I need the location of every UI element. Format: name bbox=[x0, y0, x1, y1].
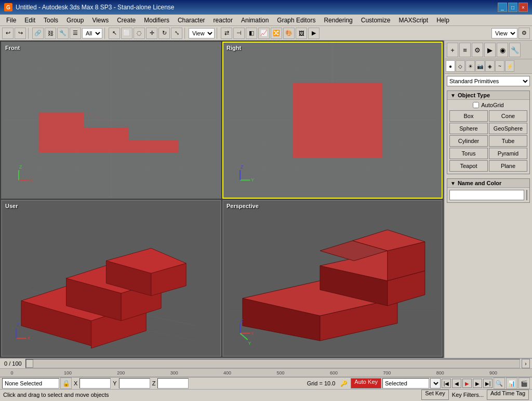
quick-render-button[interactable]: ▶ bbox=[308, 28, 320, 39]
view-dropdown2[interactable]: View bbox=[491, 28, 517, 38]
subtab-lights[interactable]: ☀ bbox=[466, 60, 475, 72]
mat-editor-button[interactable]: 🎨 bbox=[283, 28, 295, 39]
layer-button[interactable]: ◧ bbox=[246, 28, 257, 39]
view-extra-button[interactable]: ⚙ bbox=[518, 28, 530, 39]
subtab-systems[interactable]: ⚡ bbox=[505, 60, 514, 72]
x-field[interactable] bbox=[79, 378, 111, 389]
tab-display[interactable]: ◉ bbox=[497, 43, 508, 57]
bind-space-button[interactable]: 🔧 bbox=[57, 28, 69, 39]
timeline-track[interactable] bbox=[25, 359, 520, 368]
viewport-front[interactable]: Front bbox=[1, 42, 221, 199]
set-key-btn[interactable]: Set Key bbox=[421, 390, 449, 400]
z-field[interactable] bbox=[157, 378, 189, 389]
menu-graph-editors[interactable]: Graph Editors bbox=[273, 16, 320, 25]
menu-file[interactable]: File bbox=[2, 16, 20, 25]
menu-edit[interactable]: Edit bbox=[20, 16, 39, 25]
primitives-dropdown[interactable]: Standard Primitives bbox=[447, 76, 530, 86]
unlink-button[interactable]: ⛓ bbox=[45, 28, 56, 39]
auto-key-btn[interactable]: Auto Key bbox=[351, 378, 381, 389]
render-ctrl-2[interactable]: 📊 bbox=[506, 378, 517, 389]
object-name-input[interactable] bbox=[449, 190, 524, 200]
selected-dropdown[interactable] bbox=[430, 378, 441, 389]
curve-editor-button[interactable]: 📈 bbox=[258, 28, 270, 39]
menu-customize[interactable]: Customize bbox=[357, 16, 395, 25]
menu-maxscript[interactable]: MAXScript bbox=[394, 16, 432, 25]
schematic-button[interactable]: 🔀 bbox=[271, 28, 282, 39]
tab-utilities[interactable]: 🔧 bbox=[509, 43, 521, 57]
tab-create[interactable]: + bbox=[447, 43, 458, 57]
btn-box[interactable]: Box bbox=[449, 110, 488, 122]
subtab-helpers[interactable]: ◈ bbox=[485, 60, 495, 72]
viewport-perspective[interactable]: Perspective bbox=[222, 200, 443, 357]
btn-cone[interactable]: Cone bbox=[489, 110, 527, 122]
tab-hierarchy[interactable]: ⚙ bbox=[472, 43, 483, 57]
statusbar-row2: Click and drag to select and move object… bbox=[0, 389, 532, 399]
object-type-collapse[interactable]: ▼ bbox=[450, 93, 456, 98]
next-frame-btn[interactable]: ▶ bbox=[473, 379, 482, 388]
btn-teapot[interactable]: Teapot bbox=[449, 160, 488, 172]
color-swatch[interactable] bbox=[526, 190, 527, 200]
lock-btn[interactable]: 🔒 bbox=[60, 378, 72, 389]
titlebar-buttons[interactable]: _ □ × bbox=[498, 3, 528, 12]
subtab-shapes[interactable]: ◇ bbox=[456, 60, 465, 72]
render-ctrl-3[interactable]: 🎬 bbox=[518, 378, 530, 389]
key-filters-btn[interactable]: Key Filters... bbox=[452, 392, 484, 398]
select-link-button[interactable]: 🔗 bbox=[32, 28, 44, 39]
add-time-tag-btn[interactable]: Add Time Tag bbox=[487, 390, 529, 400]
tab-motion[interactable]: ▶ bbox=[484, 43, 496, 57]
filter-dropdown[interactable]: All bbox=[82, 28, 102, 38]
subtab-cameras[interactable]: 📷 bbox=[475, 60, 485, 72]
subtab-geometry[interactable]: ● bbox=[446, 60, 455, 72]
maximize-button[interactable]: □ bbox=[508, 3, 517, 12]
menu-tools[interactable]: Tools bbox=[39, 16, 62, 25]
timeline-thumb[interactable] bbox=[26, 359, 33, 368]
prev-frame-btn[interactable]: ◀ bbox=[452, 379, 461, 388]
btn-plane[interactable]: Plane bbox=[489, 160, 527, 172]
menu-animation[interactable]: Animation bbox=[237, 16, 273, 25]
menu-modifiers[interactable]: Modifiers bbox=[140, 16, 174, 25]
move-button[interactable]: ✛ bbox=[146, 28, 157, 39]
btn-torus[interactable]: Torus bbox=[449, 148, 488, 159]
coord-dropdown[interactable]: View bbox=[189, 28, 215, 38]
rotate-button[interactable]: ↻ bbox=[158, 28, 170, 39]
viewport-user[interactable]: User bbox=[1, 200, 221, 357]
btn-pyramid[interactable]: Pyramid bbox=[489, 148, 527, 159]
menu-reactor[interactable]: reactor bbox=[209, 16, 237, 25]
select-region-button[interactable]: ⬜ bbox=[121, 28, 132, 39]
autogrid-checkbox[interactable] bbox=[473, 102, 479, 108]
btn-geosphere[interactable]: GeoSphere bbox=[489, 123, 527, 134]
render-ctrl-1[interactable]: 🔍 bbox=[494, 378, 505, 389]
render-button[interactable]: 🖼 bbox=[296, 28, 307, 39]
redo-button[interactable]: ↪ bbox=[15, 28, 26, 39]
undo-button[interactable]: ↩ bbox=[2, 28, 14, 39]
menu-character[interactable]: Character bbox=[174, 16, 209, 25]
go-start-btn[interactable]: |◀ bbox=[442, 379, 451, 388]
mirror-button[interactable]: ⇄ bbox=[221, 28, 232, 39]
btn-tube[interactable]: Tube bbox=[489, 135, 527, 147]
btn-sphere[interactable]: Sphere bbox=[449, 123, 488, 134]
menu-group[interactable]: Group bbox=[62, 16, 88, 25]
subtab-spacewarps[interactable]: ~ bbox=[495, 60, 504, 72]
name-color-collapse[interactable]: ▼ bbox=[450, 180, 456, 186]
y-field[interactable] bbox=[119, 378, 150, 389]
minimize-button[interactable]: _ bbox=[498, 3, 507, 12]
viewport-front-svg: X Z bbox=[2, 43, 220, 198]
menu-help[interactable]: Help bbox=[432, 16, 454, 25]
menu-rendering[interactable]: Rendering bbox=[320, 16, 356, 25]
close-button[interactable]: × bbox=[518, 3, 528, 12]
scale-button[interactable]: ⤡ bbox=[171, 28, 182, 39]
timeline-right-btn[interactable]: › bbox=[522, 359, 530, 368]
select-button[interactable]: ↖ bbox=[109, 28, 120, 39]
align-button[interactable]: ⊣ bbox=[233, 28, 245, 39]
viewport-right[interactable]: Right Y Z bbox=[222, 42, 443, 199]
play-btn[interactable]: ▶ bbox=[462, 379, 472, 388]
menu-views[interactable]: Views bbox=[88, 16, 113, 25]
menu-create[interactable]: Create bbox=[113, 16, 140, 25]
panel-tabs: + ≡ ⚙ ▶ ◉ 🔧 bbox=[445, 41, 532, 59]
tab-modify[interactable]: ≡ bbox=[459, 43, 471, 57]
go-end-btn[interactable]: ▶| bbox=[483, 379, 493, 388]
select-lasso-button[interactable]: ◌ bbox=[134, 28, 145, 39]
select-filter-btn[interactable]: ☰ bbox=[70, 28, 81, 39]
object-type-header: ▼ Object Type bbox=[447, 91, 529, 100]
btn-cylinder[interactable]: Cylinder bbox=[449, 135, 488, 147]
